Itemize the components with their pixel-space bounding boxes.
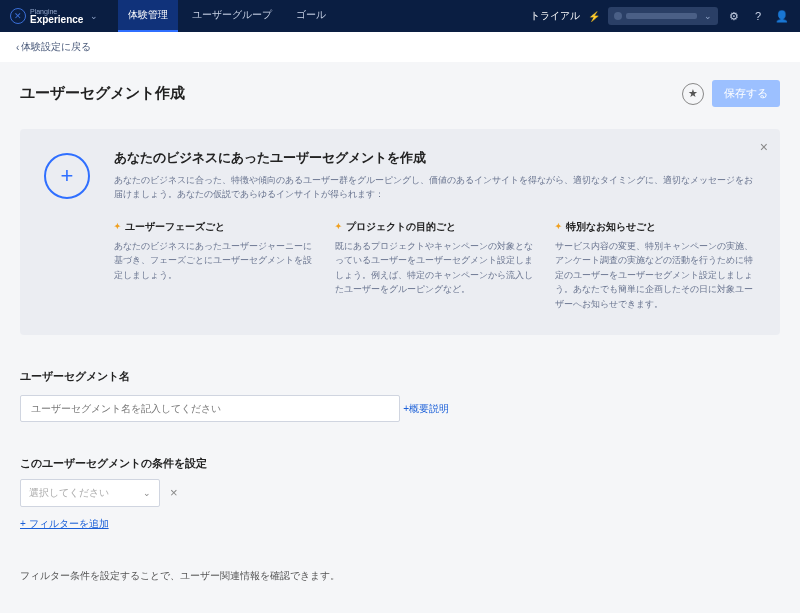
condition-select[interactable]: 選択してください ⌄	[20, 479, 160, 507]
segment-name-label: ユーザーセグメント名	[20, 369, 780, 384]
banner-col-notice: ✦特別なお知らせごと サービス内容の変更、特別キャンペーンの実施、アンケート調査…	[555, 220, 756, 311]
help-icon[interactable]: ?	[750, 8, 766, 24]
topbar-right: トライアル ⚡ ⌄ ⚙ ? 👤	[530, 7, 790, 25]
chevron-down-icon: ⌄	[143, 488, 151, 498]
trial-label: トライアル	[530, 9, 580, 23]
segment-name-section: ユーザーセグメント名 +概要説明	[20, 369, 780, 422]
banner-desc: あなたのビジネスに合った、特徴や傾向のあるユーザー群をグルーピングし、価値のある…	[114, 173, 756, 202]
col-heading: 特別なお知らせごと	[566, 220, 656, 234]
col-heading: プロジェクトの目的ごと	[346, 220, 456, 234]
banner-col-project: ✦プロジェクトの目的ごと 既にあるプロジェクトやキャンペーンの対象となっているユ…	[335, 220, 536, 311]
conditions-section: このユーザーセグメントの条件を設定 選択してください ⌄ × + フィルターを追…	[20, 456, 780, 531]
col-text: あなたのビジネスにあったユーザージャーニーに基づき、フェーズごとにユーザーセグメ…	[114, 239, 315, 282]
workspace-selector[interactable]: ⌄	[608, 7, 718, 25]
footer-note: フィルター条件を設定することで、ユーザー関連情報を確認できます。	[20, 569, 780, 583]
add-filter-link[interactable]: + フィルターを追加	[20, 517, 109, 531]
top-bar: ✕ Plangine Experience ⌄ 体験管理 ユーザーグループ ゴー…	[0, 0, 800, 32]
sub-bar: ‹ 体験設定に戻る	[0, 32, 800, 62]
bullet-icon: ✦	[114, 222, 121, 231]
col-text: 既にあるプロジェクトやキャンペーンの対象となっているユーザーをユーザーセグメント…	[335, 239, 536, 297]
page-header: ユーザーセグメント作成 ★ 保存する	[20, 80, 780, 107]
content: ユーザーセグメント作成 ★ 保存する × + あなたのビジネスにあったユーザーセ…	[0, 62, 800, 601]
chevron-down-icon: ⌄	[90, 11, 98, 21]
workspace-name-placeholder	[626, 13, 697, 19]
back-link[interactable]: ‹ 体験設定に戻る	[16, 40, 91, 54]
add-description-link[interactable]: +概要説明	[403, 402, 449, 416]
col-text: サービス内容の変更、特別キャンペーンの実施、アンケート調査の実施などの活動を行う…	[555, 239, 756, 311]
col-heading: ユーザーフェーズごと	[125, 220, 225, 234]
back-label: 体験設定に戻る	[21, 40, 91, 54]
star-button[interactable]: ★	[682, 83, 704, 105]
brand-logo-icon: ✕	[10, 8, 26, 24]
segment-name-input[interactable]	[20, 395, 400, 422]
brand[interactable]: ✕ Plangine Experience ⌄	[10, 8, 98, 25]
bullet-icon: ✦	[335, 222, 342, 231]
banner-col-phase: ✦ユーザーフェーズごと あなたのビジネスにあったユーザージャーニーに基づき、フェ…	[114, 220, 315, 311]
banner-columns: ✦ユーザーフェーズごと あなたのビジネスにあったユーザージャーニーに基づき、フェ…	[114, 220, 756, 311]
condition-row: 選択してください ⌄ ×	[20, 479, 780, 507]
close-icon[interactable]: ×	[760, 139, 768, 155]
chevron-left-icon: ‹	[16, 42, 19, 53]
user-icon[interactable]: 👤	[774, 8, 790, 24]
nav-item-goal[interactable]: ゴール	[286, 0, 336, 32]
workspace-avatar	[614, 12, 622, 20]
save-button[interactable]: 保存する	[712, 80, 780, 107]
banner-title: あなたのビジネスにあったユーザーセグメントを作成	[114, 149, 756, 167]
main-nav: 体験管理 ユーザーグループ ゴール	[118, 0, 336, 32]
plus-circle-icon: +	[44, 153, 90, 199]
chevron-down-icon: ⌄	[704, 11, 712, 21]
nav-item-usergroup[interactable]: ユーザーグループ	[182, 0, 282, 32]
brand-main: Experience	[30, 15, 83, 25]
nav-item-experience[interactable]: 体験管理	[118, 0, 178, 32]
lightning-icon: ⚡	[588, 11, 600, 22]
page-title: ユーザーセグメント作成	[20, 84, 185, 103]
info-banner: × + あなたのビジネスにあったユーザーセグメントを作成 あなたのビジネスに合っ…	[20, 129, 780, 335]
bullet-icon: ✦	[555, 222, 562, 231]
conditions-label: このユーザーセグメントの条件を設定	[20, 456, 780, 471]
select-placeholder: 選択してください	[29, 486, 109, 500]
settings-icon[interactable]: ⚙	[726, 8, 742, 24]
remove-condition-icon[interactable]: ×	[166, 485, 182, 500]
